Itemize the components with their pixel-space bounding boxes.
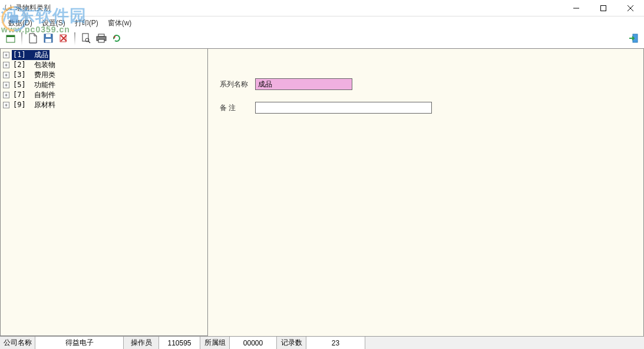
tree-code: [2] <box>13 61 26 69</box>
tree-code: [5] <box>13 81 26 89</box>
remark-label: 备 注 <box>220 103 255 113</box>
tree-item-5[interactable]: + [5] 功能件 <box>3 80 205 90</box>
window-controls <box>563 0 644 16</box>
remark-input[interactable] <box>255 102 432 114</box>
tree-label: 包装物 <box>34 61 55 69</box>
tree-code: [7] <box>13 91 26 99</box>
status-records-label: 记录数 <box>277 337 306 349</box>
status-operator-value: 110595 <box>159 337 200 349</box>
tree-item-7[interactable]: + [7] 自制件 <box>3 90 205 100</box>
tree-code: [9] <box>13 101 26 109</box>
expand-icon[interactable]: + <box>3 102 9 108</box>
expand-icon[interactable]: + <box>3 52 9 58</box>
tree-label: 功能件 <box>34 81 55 89</box>
form-panel: 系列名称 备 注 <box>208 48 644 336</box>
main-area: + [1] 成品 + [2] 包装物 + [3] 费用类 + [5] 功能件 +… <box>0 48 644 336</box>
expand-icon[interactable]: + <box>3 62 9 68</box>
app-icon <box>4 4 13 13</box>
toolbar-button-1[interactable] <box>4 32 18 46</box>
delete-button[interactable] <box>57 32 71 46</box>
refresh-button[interactable] <box>110 32 124 46</box>
svg-rect-8 <box>6 35 15 37</box>
preview-icon <box>81 33 91 45</box>
svg-line-17 <box>88 41 90 43</box>
save-icon <box>44 34 53 45</box>
statusbar: 公司名称 得益电子 操作员 110595 所属组 00000 记录数 23 <box>0 336 644 349</box>
close-button[interactable] <box>617 0 644 16</box>
titlebar: 录物料类别 <box>0 0 644 16</box>
status-company-value: 得益电子 <box>35 337 124 349</box>
svg-rect-4 <box>601 6 606 11</box>
tree-item-3[interactable]: + [3] 费用类 <box>3 70 205 80</box>
menu-data[interactable]: 数据(D) <box>4 17 37 29</box>
tree-panel[interactable]: + [1] 成品 + [2] 包装物 + [3] 费用类 + [5] 功能件 +… <box>0 48 208 336</box>
toolbar-separator <box>74 32 75 45</box>
tree-code: [3] <box>13 71 26 79</box>
menu-print[interactable]: 打印(P) <box>70 17 103 29</box>
svg-rect-10 <box>46 34 51 37</box>
tree-label: 原材料 <box>34 101 55 109</box>
menu-settings[interactable]: 设置(S) <box>37 17 70 29</box>
status-spacer <box>365 337 644 349</box>
series-input[interactable] <box>255 78 352 90</box>
tree-item-9[interactable]: + [9] 原材料 <box>3 100 205 110</box>
expand-icon[interactable]: + <box>3 72 9 78</box>
print-button[interactable] <box>94 32 108 46</box>
exit-button[interactable] <box>626 32 640 46</box>
toolbar-separator <box>21 32 22 45</box>
maximize-button[interactable] <box>590 0 617 16</box>
new-icon <box>28 33 38 45</box>
status-operator-label: 操作员 <box>124 337 159 349</box>
tree-item-1[interactable]: + [1] 成品 <box>3 50 205 60</box>
refresh-icon <box>112 34 121 45</box>
svg-rect-18 <box>98 34 104 36</box>
menu-window[interactable]: 窗体(w) <box>103 17 137 29</box>
remark-row: 备 注 <box>220 102 632 114</box>
tree-label: 自制件 <box>34 91 55 99</box>
expand-icon[interactable]: + <box>3 82 9 88</box>
svg-rect-11 <box>45 39 51 42</box>
status-records-value: 23 <box>306 337 365 349</box>
series-row: 系列名称 <box>220 78 632 90</box>
print-icon <box>96 34 107 45</box>
window-title: 录物料类别 <box>15 3 51 13</box>
delete-icon <box>59 34 68 45</box>
exit-icon <box>628 33 639 45</box>
toolbar <box>0 29 644 48</box>
tree-label: 成品 <box>34 51 48 59</box>
tree-code: [1] <box>13 51 26 59</box>
tree-label: 费用类 <box>34 71 55 79</box>
minimize-button[interactable] <box>563 0 590 16</box>
status-group-value: 00000 <box>230 337 277 349</box>
menubar: 数据(D) 设置(S) 打印(P) 窗体(w) <box>0 16 644 29</box>
tree-item-2[interactable]: + [2] 包装物 <box>3 60 205 70</box>
status-company-label: 公司名称 <box>0 337 35 349</box>
status-group-label: 所属组 <box>200 337 230 349</box>
expand-icon[interactable]: + <box>3 92 9 98</box>
series-label: 系列名称 <box>220 79 255 89</box>
save-button[interactable] <box>41 32 55 46</box>
new-button[interactable] <box>26 32 40 46</box>
preview-button[interactable] <box>79 32 93 46</box>
svg-rect-20 <box>98 39 104 42</box>
